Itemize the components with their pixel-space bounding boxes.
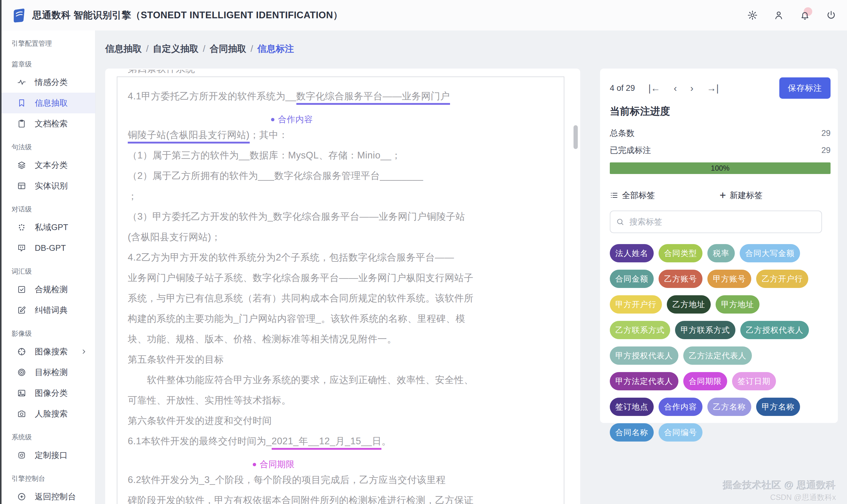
sidebar-item-私域GPT[interactable]: 私域GPT: [0, 217, 95, 238]
list-icon: [610, 191, 618, 200]
document-text-line: 6.1本软件开发的最终交付时间为_2021_年__12_月_15__日。: [128, 435, 556, 455]
tag-甲方开户行[interactable]: 甲方开户行: [610, 295, 662, 313]
sidebar-item-文本分类[interactable]: 文本分类: [0, 155, 95, 176]
annotated-span[interactable]: 2021_年__12_月_15__日: [272, 436, 382, 450]
tag-合同类型[interactable]: 合同类型: [658, 244, 703, 263]
sidebar-item-label: 实体识别: [35, 180, 68, 191]
settings-icon[interactable]: [747, 10, 758, 21]
document-text: 块、功能、规格、版本、价格、检测标准等相关情况见附件一。: [128, 334, 397, 344]
sidebar-item-目标检测[interactable]: 目标检测: [0, 362, 95, 383]
tag-search-input[interactable]: [629, 217, 816, 227]
sidebar-item-情感分类[interactable]: 情感分类: [0, 72, 95, 93]
pager-position: 4 of 29: [610, 84, 635, 93]
sidebar-item-label: 合规检测: [35, 284, 68, 295]
sidebar-item-图像分类[interactable]: 图像分类: [0, 383, 95, 403]
api-icon: [17, 451, 26, 460]
tag-甲方法定代表人[interactable]: 甲方法定代表人: [610, 372, 678, 390]
sidebar-item-信息抽取[interactable]: 信息抽取: [0, 93, 95, 113]
pager-first-button[interactable]: |←: [649, 84, 660, 93]
logo-icon: [11, 7, 27, 23]
sidebar-item-纠错词典[interactable]: 纠错词典: [0, 300, 95, 321]
done-count-value: 29: [822, 146, 831, 155]
annotated-span[interactable]: 铜陵子站(含枞阳县支行网站): [128, 129, 250, 144]
tag-甲方联系方式[interactable]: 甲方联系方式: [675, 321, 736, 339]
power-icon[interactable]: [826, 10, 836, 21]
tag-合同期限[interactable]: 合同期限: [683, 372, 727, 390]
sidebar-item-返回控制台[interactable]: 返回控制台: [0, 486, 95, 504]
sidebar-item-label: 定制接口: [35, 450, 68, 461]
tag-甲方授权代表人[interactable]: 甲方授权代表人: [610, 346, 678, 365]
annotated-span[interactable]: 数字化综合服务平台——业务网门户: [296, 91, 450, 105]
all-tags-button[interactable]: 全部标签: [610, 188, 655, 203]
breadcrumb-item[interactable]: 自定义抽取: [153, 43, 198, 54]
sidebar-item-图像搜索[interactable]: 图像搜索: [0, 341, 95, 362]
document-text: 系统，与甲方已有信息系统（若有）共同构成本合同所规定的软件系统。该软件所: [128, 293, 474, 304]
pulse-icon: [17, 78, 26, 87]
plus-icon: +: [720, 190, 726, 201]
tag-合作内容[interactable]: 合作内容: [658, 398, 703, 416]
progress-bar: 100%: [610, 162, 831, 174]
annotation-dot-icon: [271, 118, 275, 121]
save-annotation-button[interactable]: 保存标注: [779, 77, 831, 99]
tag-乙方名称[interactable]: 乙方名称: [707, 398, 751, 416]
tag-签订地点[interactable]: 签订地点: [610, 398, 654, 416]
tag-乙方地址[interactable]: 乙方地址: [667, 295, 711, 313]
breadcrumb-current: 信息标注: [257, 43, 294, 54]
tag-合同大写金额[interactable]: 合同大写金额: [740, 244, 800, 263]
back-icon: [17, 492, 26, 501]
image-icon: [17, 389, 26, 398]
tag-search-box: [610, 211, 822, 233]
app-title: 思通数科 智能识别引擎（STONEDT INTELLIGENT IDENTIFI…: [32, 0, 343, 31]
document-scrollbar-thumb[interactable]: [574, 125, 578, 149]
tag-乙方法定代表人[interactable]: 乙方法定代表人: [683, 346, 752, 365]
sidebar-item-label: 文本分类: [35, 160, 68, 170]
tag-乙方开户行[interactable]: 乙方开户行: [756, 270, 808, 288]
tag-税率[interactable]: 税率: [707, 244, 735, 263]
document-text-line: 可靠性、开放性、实用性等技术指标。: [128, 394, 556, 414]
new-tag-button[interactable]: + 新建标签: [720, 188, 762, 203]
pager-prev-button[interactable]: ‹: [674, 84, 677, 93]
document-text: 6.1本软件开发的最终交付时间为_: [128, 436, 272, 446]
tag-乙方联系方式[interactable]: 乙方联系方式: [610, 321, 670, 339]
sidebar-item-DB-GPT[interactable]: DB-GPT: [0, 238, 95, 258]
sidebar-item-实体识别[interactable]: 实体识别: [0, 176, 95, 196]
tag-甲方账号[interactable]: 甲方账号: [707, 270, 751, 288]
sidebar-section-label: 对话级: [0, 196, 95, 217]
annotation-label-合作内容: 合作内容: [128, 110, 556, 129]
tag-法人姓名[interactable]: 法人姓名: [610, 244, 654, 263]
sidebar-item-label: 图像分类: [35, 388, 68, 399]
breadcrumb-item[interactable]: 合同抽取: [210, 43, 246, 54]
sidebar-section-label: 引擎控制台: [0, 466, 95, 486]
annotation-panel: 4 of 29 |← ‹ › →| 保存标注 当前标注进度 总条数 29 已完成…: [600, 69, 838, 423]
sidebar-item-定制接口[interactable]: 定制接口: [0, 445, 95, 466]
sidebar-item-合规检测[interactable]: 合规检测: [0, 279, 95, 300]
camera-icon: [17, 409, 26, 418]
tag-合同名称[interactable]: 合同名称: [610, 423, 654, 442]
tag-乙方授权代表人[interactable]: 乙方授权代表人: [740, 321, 809, 339]
document-text: （1）属于第三方的软件为__数据库：MysQL、存储：Minio__；: [128, 150, 401, 161]
tag-签订日期[interactable]: 签订日期: [732, 372, 776, 390]
watermark-csdn: CSDN @思通数科x: [770, 492, 836, 503]
sidebar-item-文档检索[interactable]: 文档检索: [0, 113, 95, 134]
sidebar-section-label: 系统级: [0, 424, 95, 445]
sidebar-section-label: 词汇级: [0, 258, 95, 279]
layout-icon: [17, 181, 26, 191]
pager-last-button[interactable]: →|: [707, 84, 719, 93]
tag-甲方名称[interactable]: 甲方名称: [756, 398, 800, 416]
sidebar-item-label: 信息抽取: [35, 97, 68, 108]
user-icon[interactable]: [773, 10, 784, 21]
tag-tools: 全部标签 + 新建标签: [610, 188, 831, 203]
document-text-line: 4.2乙方为甲方开发的软件系统分为2个子系统，包括数字化综合服务平台——: [128, 251, 556, 271]
breadcrumb-item[interactable]: 信息抽取: [105, 43, 142, 54]
pager-next-button[interactable]: ›: [690, 84, 693, 93]
sidebar-item-label: 情感分类: [35, 77, 68, 88]
sidebar-item-人脸搜索[interactable]: 人脸搜索: [0, 403, 95, 424]
tag-甲方地址[interactable]: 甲方地址: [716, 295, 759, 313]
document-text: 可靠性、开放性、实用性等技术指标。: [128, 395, 291, 406]
sidebar-item-label: 文档检索: [35, 118, 68, 129]
annotation-label-text: 合同期限: [260, 458, 295, 471]
notifications-icon[interactable]: [799, 10, 810, 21]
tag-合同金额[interactable]: 合同金额: [610, 270, 654, 288]
tag-合同编号[interactable]: 合同编号: [658, 423, 703, 442]
tag-乙方账号[interactable]: 乙方账号: [658, 270, 703, 288]
